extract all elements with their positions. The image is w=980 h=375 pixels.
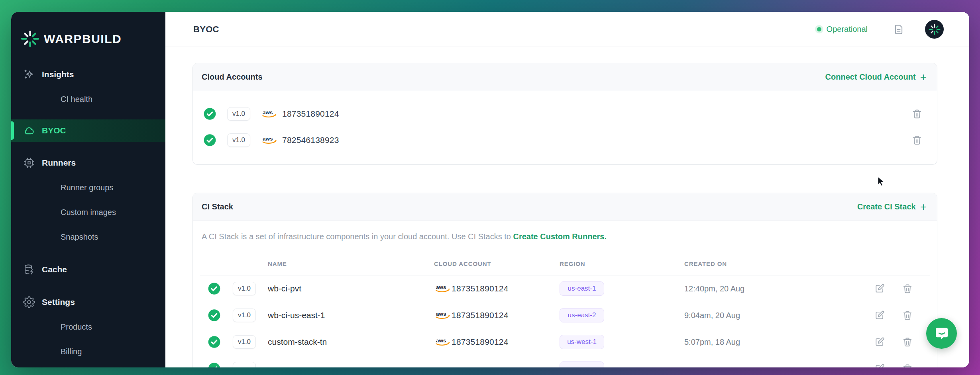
active-indicator [11,121,14,140]
sidebar-item-label: Insights [42,70,74,79]
app-window: WARPBUILD Insights CI health BYOC Runner… [11,12,969,367]
ci-stack-row: v1.0 wb-ci-pvt aws 187351890124 us-east-… [193,275,937,302]
created-on: 9:04am, 20 Aug [684,311,740,320]
region-badge [560,361,604,368]
plus-icon: + [920,73,927,81]
delete-button[interactable] [902,310,913,320]
version-badge: v1.0 [227,107,250,121]
sidebar-item-label: Billing [61,347,82,356]
sidebar-item-runner-groups[interactable]: Runner groups [11,175,165,200]
intercom-chat-button[interactable] [926,318,957,349]
sidebar-item-products[interactable]: Products [11,314,165,339]
description-text: A CI Stack is a set of infrastructure co… [202,232,513,241]
delete-button[interactable] [912,109,922,119]
version-badge: v1.0 [233,282,256,295]
page-title: BYOC [193,24,219,35]
create-ci-stack-button[interactable]: Create CI Stack + [857,202,927,211]
cloud-accounts-list: v1.0 aws 187351890124 v1.0 aws 782546138… [193,91,937,153]
sidebar-item-runners[interactable]: Runners [11,150,165,175]
status-label: Operational [827,25,868,34]
cloud-accounts-header: Cloud Accounts Connect Cloud Account + [193,63,937,91]
edit-button[interactable] [874,283,885,294]
svg-text:aws: aws [436,337,446,343]
created-on: 12:40pm, 20 Aug [684,284,744,293]
gear-icon [23,296,35,308]
cloud-accounts-card: Cloud Accounts Connect Cloud Account + v… [192,63,937,165]
ci-stack-row: aws [193,355,937,367]
sidebar-item-label: Settings [42,297,75,307]
status-check-icon [208,309,221,322]
status-dot-icon [817,27,821,31]
sidebar-nav: Insights CI health BYOC Runners Runner g… [11,62,165,364]
cloud-account-row: v1.0 aws 782546138923 [193,127,937,153]
sidebar-item-custom-images[interactable]: Custom images [11,200,165,225]
sidebar-item-settings[interactable]: Settings [11,290,165,314]
delete-button[interactable] [902,337,913,347]
status-indicator[interactable]: Operational [817,25,868,34]
warpbuild-starburst-icon [21,29,39,48]
column-header-created-on: CREATED ON [684,260,727,267]
sidebar-item-billing[interactable]: Billing [11,339,165,364]
ci-stack-card: CI Stack Create CI Stack + A CI Stack is… [192,193,937,367]
svg-text:aws: aws [436,284,446,290]
aws-logo-icon: aws [261,109,278,119]
ci-stack-row: v1.0 custom-stack-tn aws 187351890124 us… [193,328,937,355]
column-header-name: NAME [268,260,287,267]
create-ci-stack-label: Create CI Stack [857,202,916,211]
app-logo-text: WARPBUILD [44,32,122,46]
account-id: 782546138923 [282,135,339,145]
sparkles-icon [23,68,35,80]
sidebar-item-label: BYOC [42,126,66,135]
sidebar-item-cache[interactable]: Cache [11,257,165,282]
sidebar: WARPBUILD Insights CI health BYOC Runner… [11,12,165,367]
status-check-icon [208,362,221,367]
sidebar-item-label: Snapshots [61,232,98,242]
delete-button[interactable] [902,283,913,294]
cloud-account-row: v1.0 aws 187351890124 [193,101,937,127]
status-check-icon [208,335,221,348]
aws-logo-icon: aws [434,310,452,320]
stack-name: custom-stack-tn [268,337,327,347]
account-id: 187351890124 [282,109,339,119]
document-icon[interactable] [893,24,904,35]
ci-stack-header: CI Stack Create CI Stack + [193,193,937,221]
sidebar-item-ci-health[interactable]: CI health [11,87,165,111]
edit-button[interactable] [874,310,885,320]
sidebar-item-label: Runners [42,158,76,168]
created-on: 5:07pm, 18 Aug [684,337,740,346]
cloud-account-id: 187351890124 [452,337,509,347]
aws-logo-icon: aws [434,336,452,347]
svg-text:aws: aws [263,109,273,115]
region-badge: us-west-1 [560,335,604,349]
app-logo[interactable]: WARPBUILD [21,29,122,48]
edit-button[interactable] [874,363,885,368]
sidebar-item-insights[interactable]: Insights [11,62,165,87]
svg-text:aws: aws [436,311,446,316]
region-badge: us-east-2 [560,308,604,322]
create-custom-runners-link[interactable]: Create Custom Runners. [513,232,607,241]
sidebar-item-label: CI health [61,95,92,104]
topbar-right: Operational [817,20,944,39]
status-check-icon [203,107,216,121]
cloud-accounts-title: Cloud Accounts [202,72,263,82]
topbar: BYOC Operational [165,12,969,47]
column-header-cloud-account: CLOUD ACCOUNT [434,260,491,267]
aws-logo-icon: aws [261,135,278,146]
content-area: Cloud Accounts Connect Cloud Account + v… [165,47,969,367]
stack-name: wb-ci-pvt [268,284,301,293]
ci-stack-title: CI Stack [202,202,233,211]
aws-logo-icon: aws [434,283,452,294]
sidebar-item-label: Products [61,322,92,332]
connect-cloud-account-button[interactable]: Connect Cloud Account + [825,72,927,82]
sidebar-item-snapshots[interactable]: Snapshots [11,225,165,249]
ci-stack-description: A CI Stack is a set of infrastructure co… [202,232,607,241]
user-avatar[interactable] [925,20,944,39]
sidebar-item-byoc[interactable]: BYOC [11,119,165,142]
chip-icon [23,157,35,169]
edit-button[interactable] [874,337,885,347]
delete-button[interactable] [902,363,913,368]
connect-cloud-account-label: Connect Cloud Account [825,72,916,82]
delete-button[interactable] [912,135,922,145]
version-badge: v1.0 [233,335,256,349]
ci-stack-table-header: NAME CLOUD ACCOUNT REGION CREATED ON [193,257,937,270]
